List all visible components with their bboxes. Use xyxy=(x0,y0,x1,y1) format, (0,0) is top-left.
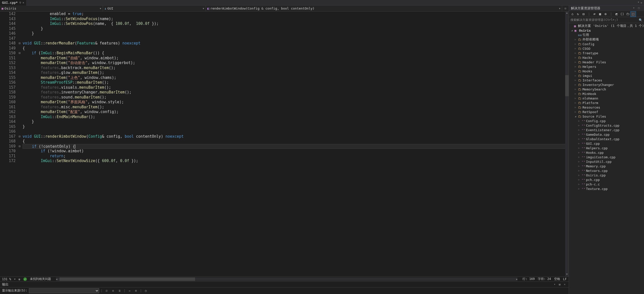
toggle-wrap2-icon[interactable]: ≣ xyxy=(117,288,122,293)
tab-overflow-icon[interactable]: ▾ xyxy=(637,1,639,5)
folder-memorysearch[interactable]: ▷🗀MemorySearch xyxy=(569,87,644,91)
expand-arrow-icon[interactable]: ▷ xyxy=(577,142,580,145)
health-indicator-icon[interactable]: ◉ xyxy=(19,277,20,281)
expand-arrow-icon[interactable]: ◢ xyxy=(570,29,573,32)
file-osiris-cpp[interactable]: ▷⁺⁺Osiris.cpp xyxy=(569,173,644,177)
solution-tree[interactable]: ▣解决方案 'Osiris' (1 个项目，共 1 个)◢▣Osiris▫▫引用… xyxy=(569,23,644,294)
expand-arrow-icon[interactable]: ▷ xyxy=(574,106,577,109)
external-deps-node[interactable]: ▷🗀外部依赖项 xyxy=(569,37,644,42)
folder-hooks[interactable]: ▷🗀Hooks xyxy=(569,69,644,73)
zoom-dropdown-icon[interactable]: ▼ xyxy=(14,278,15,280)
solution-search[interactable]: 搜索解决方案资源管理器(Ctrl+;) 🔍 xyxy=(569,17,644,23)
file-helpers-cpp[interactable]: ▷⁺⁺Helpers.cpp xyxy=(569,146,644,150)
status-indent[interactable]: 空格 xyxy=(554,277,560,281)
refresh-icon[interactable]: ↻ xyxy=(575,12,580,17)
clear-output-icon[interactable]: ⎚ xyxy=(104,288,109,293)
file-netvars-cpp[interactable]: ▷⁺⁺Netvars.cpp xyxy=(569,168,644,173)
folder-nlohmann[interactable]: ▷🗀nlohmann xyxy=(569,96,644,101)
file-config-cpp[interactable]: ▷⁺⁺Config.cpp xyxy=(569,119,644,123)
nav-project-selector[interactable]: ▣ Osiris ▼ xyxy=(0,6,103,11)
file-pch-c-c[interactable]: ▷⁺⁺pch-c.c xyxy=(569,182,644,186)
properties-icon[interactable]: ⚙ xyxy=(603,12,608,17)
toggle-wrap-icon[interactable]: ≡ xyxy=(110,288,115,293)
nav-function-selector[interactable]: ◧ renderAimbotWindow(Config & config, bo… xyxy=(206,6,562,11)
expand-arrow-icon[interactable]: ▷ xyxy=(577,165,580,167)
expand-arrow-icon[interactable]: ▷ xyxy=(574,111,577,113)
status-line-ending[interactable]: LF xyxy=(563,277,567,281)
file-gui-cpp[interactable]: ▷⁺⁺GUI.cpp xyxy=(569,141,644,146)
folder-freetype[interactable]: ▷🗀freetype xyxy=(569,51,644,55)
expand-arrow-icon[interactable]: ▷ xyxy=(577,183,580,185)
file-gamedata-cpp[interactable]: ▷⁺⁺GameData.cpp xyxy=(569,132,644,137)
expand-arrow-icon[interactable]: ▷ xyxy=(574,102,577,104)
expand-arrow-icon[interactable]: ▷ xyxy=(574,70,577,72)
file-imguicustom-cpp[interactable]: ▷⁺⁺imguiCustom.cpp xyxy=(569,155,644,159)
references-node[interactable]: ▫▫引用 xyxy=(569,33,644,37)
source-files-node[interactable]: ◢🗀Source Files xyxy=(569,114,644,119)
expand-arrow-icon[interactable]: ▷ xyxy=(574,47,577,50)
file-eventlistener-cpp[interactable]: ▷⁺⁺EventListener.cpp xyxy=(569,128,644,132)
expand-arrow-icon[interactable]: ▷ xyxy=(577,178,580,181)
split-editor-icon[interactable]: ⊟ xyxy=(563,6,568,11)
folder-helpers[interactable]: ▷🗀Helpers xyxy=(569,64,644,69)
expand-arrow-icon[interactable]: ▷ xyxy=(574,83,577,86)
folder-csgo[interactable]: ▷🗀CSGO xyxy=(569,46,644,51)
expand-arrow-icon[interactable]: ▷ xyxy=(574,52,577,54)
expand-arrow-icon[interactable]: ▷ xyxy=(574,43,577,45)
pin-icon[interactable]: ⬓ xyxy=(558,282,562,286)
expand-arrow-icon[interactable]: ▷ xyxy=(577,160,580,163)
file-inpututil-cpp[interactable]: ▷⁺⁺InputUtil.cpp xyxy=(569,159,644,164)
expand-arrow-icon[interactable]: ◢ xyxy=(574,115,577,118)
scope-icon[interactable]: ⬚ xyxy=(631,12,636,17)
maximize-icon[interactable]: ▢ xyxy=(638,6,642,10)
expand-arrow-icon[interactable]: ▷ xyxy=(574,92,577,95)
file-globalcontext-cpp[interactable]: ▷⁺⁺GlobalContext.cpp xyxy=(569,137,644,141)
status-line[interactable]: 行: 169 xyxy=(522,277,535,281)
close-icon[interactable]: ✕ xyxy=(563,282,567,286)
file-hooks-cpp[interactable]: ▷⁺⁺Hooks.cpp xyxy=(569,150,644,155)
show-all-icon[interactable]: ▦ xyxy=(598,12,603,17)
scroll-down-arrow-icon[interactable]: ▼ xyxy=(565,273,569,276)
expand-arrow-icon[interactable]: ▷ xyxy=(574,65,577,68)
expand-arrow-icon[interactable]: ▷ xyxy=(574,74,577,77)
tab-add-icon[interactable]: ＋ xyxy=(640,1,643,5)
file-pch-cpp[interactable]: ▷⁺⁺pch.cpp xyxy=(569,177,644,182)
clock-icon[interactable]: ◷ xyxy=(143,288,148,293)
scroll-thumb[interactable] xyxy=(60,277,195,281)
file-configstructs-cpp[interactable]: ▷⁺⁺ConfigStructs.cpp xyxy=(569,123,644,128)
panel-menu-icon[interactable]: ▾ xyxy=(633,6,637,10)
vertical-scrollbar[interactable]: ▲ ▼ xyxy=(565,12,569,276)
fold-column[interactable]: ⊟⊟⊟⊟ xyxy=(18,12,22,276)
scroll-right-arrow-icon[interactable]: ▶ xyxy=(516,278,517,280)
scroll-up-arrow-icon[interactable]: ▲ xyxy=(565,12,569,15)
view-code-icon[interactable]: ⟨⟩ xyxy=(620,12,625,17)
code-body[interactable]: enabled = true; ImGui::SetWindowFocus(na… xyxy=(22,12,569,276)
expand-arrow-icon[interactable]: ▷ xyxy=(574,97,577,100)
scroll-left-arrow-icon[interactable]: ◀ xyxy=(56,278,57,280)
folder-minhook[interactable]: ▷🗀MinHook xyxy=(569,91,644,96)
folder-interfaces[interactable]: ▷🗀Interfaces xyxy=(569,78,644,82)
goto-icon[interactable]: ⇥ xyxy=(127,288,132,293)
zoom-level[interactable]: 131 % xyxy=(2,277,11,281)
home-icon[interactable]: ⌂ xyxy=(570,12,575,17)
document-tab-gui-cpp[interactable]: GUI.cpp* ⚲ ✕ xyxy=(0,0,26,6)
panel-menu-icon[interactable]: ▾ xyxy=(553,282,557,286)
preview-icon[interactable]: ◩ xyxy=(614,12,619,17)
expand-arrow-icon[interactable]: ▷ xyxy=(577,129,580,131)
expand-arrow-icon[interactable]: ▷ xyxy=(577,120,580,122)
issues-text[interactable]: 未找到相关问题 xyxy=(30,277,51,281)
folder-hacks[interactable]: ▷🗀Hacks xyxy=(569,55,644,60)
code-editor[interactable]: 1421431441451461471481491501511521531541… xyxy=(0,12,569,276)
expand-arrow-icon[interactable]: ▷ xyxy=(574,88,577,90)
expand-arrow-icon[interactable]: ▷ xyxy=(577,174,580,176)
horizontal-scrollbar[interactable]: ◀ ▶ xyxy=(56,277,518,281)
folder-view-icon[interactable]: 🗀 xyxy=(625,12,630,17)
folder-header-files[interactable]: ▷🗀Header Files xyxy=(569,60,644,64)
project-node[interactable]: ◢▣Osiris xyxy=(569,28,644,33)
folder-resources[interactable]: ▷🗀Resources xyxy=(569,105,644,110)
folder-config[interactable]: ▷🗀Config xyxy=(569,42,644,46)
expand-arrow-icon[interactable]: ▷ xyxy=(577,151,580,154)
filter-icon[interactable]: ⚙ xyxy=(133,288,138,293)
pin-icon[interactable]: ⚲ xyxy=(19,1,21,4)
expand-arrow-icon[interactable]: ▷ xyxy=(577,156,580,158)
